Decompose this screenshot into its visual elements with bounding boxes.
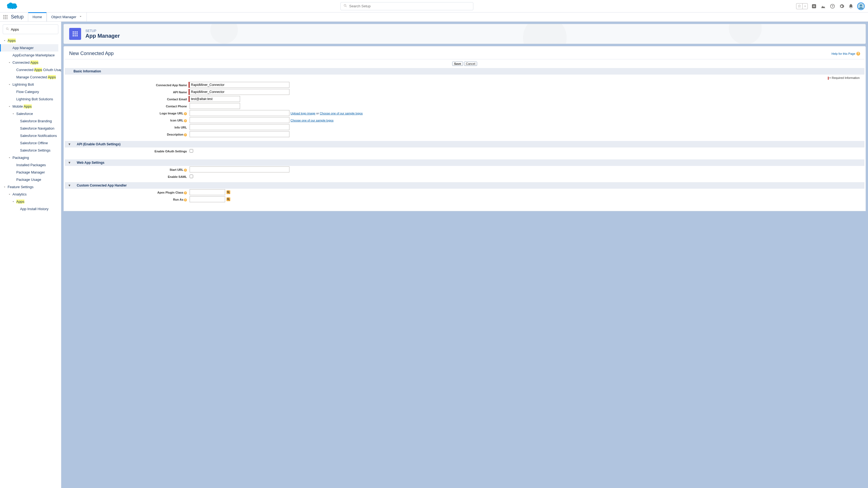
tree-node-connected-apps[interactable]: Connected Apps <box>3 59 58 66</box>
context-nav-bar: Setup Home Object Manager <box>0 12 868 22</box>
svg-rect-22 <box>74 33 76 34</box>
tree-node-feature-settings[interactable]: Feature Settings <box>3 183 58 191</box>
search-icon <box>6 27 9 31</box>
bell-icon[interactable] <box>848 3 854 9</box>
svg-point-14 <box>5 18 6 19</box>
lookup-icon[interactable] <box>226 197 230 201</box>
svg-line-17 <box>8 29 9 30</box>
label-enable-saml: Enable SAML <box>64 173 188 178</box>
app-launcher-icon[interactable] <box>0 14 11 20</box>
star-icon <box>796 3 802 9</box>
tree-item-package-manager[interactable]: Package Manager <box>3 169 58 176</box>
upload-logo-link[interactable]: Upload logo image <box>290 112 315 115</box>
salesforce-logo[interactable] <box>3 1 18 11</box>
input-logo-image-url[interactable] <box>190 110 289 116</box>
section-api-oauth[interactable]: ▼ API (Enable OAuth Settings) <box>65 141 865 148</box>
checkbox-enable-oauth[interactable] <box>190 149 193 153</box>
tree-node-salesforce[interactable]: Salesforce <box>3 110 58 118</box>
input-apex-plugin-class[interactable] <box>190 189 225 195</box>
svg-line-1 <box>346 6 346 7</box>
tree-item-appexchange[interactable]: AppExchange Marketplace <box>3 52 58 59</box>
save-button[interactable]: Save <box>452 62 463 66</box>
global-search-input[interactable] <box>349 4 470 8</box>
global-search-box[interactable] <box>340 2 473 10</box>
input-contact-phone[interactable] <box>190 103 240 109</box>
tree-node-analytics-apps[interactable]: Apps <box>3 198 58 205</box>
input-run-as[interactable] <box>190 196 225 202</box>
tab-object-manager[interactable]: Object Manager <box>46 12 87 22</box>
nav-app-name: Setup <box>11 14 24 20</box>
tree-node-apps[interactable]: Apps <box>3 37 58 44</box>
svg-point-15 <box>6 18 7 19</box>
logo-helper-links: Upload logo image or Choose one of our s… <box>289 111 390 115</box>
lookup-icon[interactable] <box>226 190 230 194</box>
search-icon <box>343 4 347 8</box>
input-start-url[interactable] <box>190 166 289 172</box>
chevron-down-icon <box>8 193 11 196</box>
quick-find-box[interactable] <box>3 24 58 34</box>
setup-sidebar: Apps App Manager AppExchange Marketplace… <box>0 22 61 488</box>
content-area: SETUP App Manager New Connected App Help… <box>61 22 868 488</box>
input-description[interactable] <box>190 131 289 137</box>
sample-icons-link[interactable]: Choose one of our sample logos <box>290 119 333 122</box>
tree-item-sf-notifications[interactable]: Salesforce Notifications <box>3 132 58 139</box>
checkbox-enable-saml[interactable] <box>190 174 193 178</box>
svg-rect-30 <box>226 197 230 201</box>
chevron-down-icon <box>79 15 82 19</box>
input-icon-url[interactable] <box>190 117 289 123</box>
label-logo-image-url: Logo Image URL? <box>64 110 188 115</box>
section-web-app-settings[interactable]: ▼ Web App Settings <box>65 159 865 166</box>
add-icon[interactable] <box>811 3 817 9</box>
help-icon: ? <box>856 52 860 56</box>
tree-item-connected-apps-oauth[interactable]: Connected Apps OAuth Usage <box>3 66 58 73</box>
svg-rect-27 <box>226 190 230 194</box>
chevron-down-icon <box>3 39 6 42</box>
tree-item-lightning-bolt-solutions[interactable]: Lightning Bolt Solutions <box>3 95 58 103</box>
favorites-toggle[interactable] <box>796 3 808 9</box>
input-api-name[interactable] <box>190 89 289 95</box>
icon-helper-links: Choose one of our sample logos <box>289 118 390 122</box>
svg-rect-19 <box>74 31 76 33</box>
input-connected-app-name[interactable] <box>190 82 289 88</box>
tree-item-app-install-history[interactable]: App Install History <box>3 205 58 213</box>
tree-item-manage-connected-apps[interactable]: Manage Connected Apps <box>3 73 58 81</box>
chevron-down-icon <box>802 3 807 9</box>
caret-down-icon: ▼ <box>67 161 72 165</box>
label-start-url: Start URL? <box>64 166 188 172</box>
section-custom-handler[interactable]: ▼ Custom Connected App Handler <box>65 182 865 189</box>
label-run-as: Run As? <box>64 196 188 201</box>
trailhead-icon[interactable] <box>820 3 826 9</box>
input-contact-email[interactable] <box>190 96 240 102</box>
cancel-button[interactable]: Cancel <box>464 62 477 66</box>
tree-item-sf-settings[interactable]: Salesforce Settings <box>3 147 58 154</box>
tree-item-sf-offline[interactable]: Salesforce Offline <box>3 139 58 147</box>
help-icon[interactable]: ? <box>830 3 835 9</box>
input-info-url[interactable] <box>190 124 289 130</box>
tree-item-installed-packages[interactable]: Installed Packages <box>3 161 58 169</box>
tab-home[interactable]: Home <box>28 12 46 22</box>
help-for-page-link[interactable]: Help for this Page ? <box>832 52 860 56</box>
tree-item-sf-navigation[interactable]: Salesforce Navigation <box>3 125 58 132</box>
label-description: Description? <box>64 131 188 136</box>
tree-item-sf-branding[interactable]: Salesforce Branding <box>3 118 58 125</box>
gear-icon[interactable] <box>839 3 845 9</box>
quick-find-input[interactable] <box>11 27 56 31</box>
user-avatar[interactable] <box>857 2 865 10</box>
tree-item-flow-category[interactable]: Flow Category <box>3 88 58 95</box>
tree-node-lightning-bolt[interactable]: Lightning Bolt <box>3 81 58 88</box>
tree-node-mobile-apps[interactable]: Mobile Apps <box>3 103 58 110</box>
tree-node-analytics[interactable]: Analytics <box>3 191 58 198</box>
svg-rect-25 <box>74 35 76 36</box>
chevron-down-icon <box>8 83 11 87</box>
tree-item-app-manager[interactable]: App Manager <box>0 44 58 52</box>
tree-node-packaging[interactable]: Packaging <box>3 154 58 161</box>
sample-logos-link[interactable]: Choose one of our sample logos <box>320 112 363 115</box>
label-contact-email: Contact Email <box>64 96 188 101</box>
svg-point-8 <box>5 15 6 16</box>
chevron-down-icon <box>8 61 11 65</box>
svg-point-9 <box>6 15 7 16</box>
chevron-down-icon <box>11 200 15 204</box>
svg-rect-24 <box>73 35 74 36</box>
svg-rect-20 <box>76 31 78 33</box>
tree-item-package-usage[interactable]: Package Usage <box>3 176 58 183</box>
